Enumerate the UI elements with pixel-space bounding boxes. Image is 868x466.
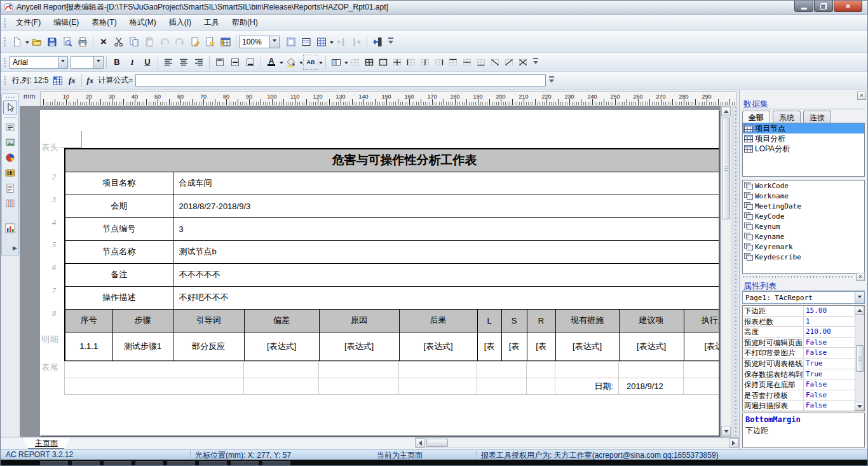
detail-cell[interactable]: [表达 <box>684 332 719 361</box>
footer-cell[interactable] <box>619 362 684 378</box>
font-size-select[interactable] <box>71 56 104 69</box>
scroll-up-button[interactable] <box>721 107 731 116</box>
info-label-cell[interactable]: 会期 <box>65 195 173 217</box>
footer-date-label-cell[interactable]: 日期: <box>555 378 619 395</box>
info-label-cell[interactable]: 操作描述 <box>65 286 173 309</box>
column-header-cell[interactable]: 执行人 <box>684 309 719 332</box>
document-horizontal-scrollbar[interactable] <box>415 437 739 448</box>
column-header-cell[interactable]: R <box>527 309 555 332</box>
detail-cell[interactable]: 1.1.1 <box>65 332 112 361</box>
font-select[interactable]: Arial <box>10 56 68 69</box>
column-header-cell[interactable]: L <box>477 309 501 332</box>
zoom-dropdown-icon[interactable] <box>269 36 279 48</box>
property-row[interactable]: 保存数据表结构到 True <box>743 369 855 380</box>
footer-cell[interactable] <box>684 362 719 378</box>
restore-button[interactable] <box>814 1 833 12</box>
report-page[interactable]: 表头 明细 表尾 2345678 危害与可操作性分析工作表 <box>40 110 719 435</box>
footer-cell[interactable] <box>477 378 527 395</box>
scroll-down-button[interactable] <box>721 427 731 436</box>
fill-color-button[interactable] <box>283 55 299 70</box>
footer-cell[interactable] <box>244 362 319 378</box>
redo-button[interactable] <box>172 34 187 50</box>
border-diag-up-button[interactable] <box>502 55 516 70</box>
minimize-button[interactable] <box>794 1 813 12</box>
border-diag-down-button[interactable] <box>488 55 502 70</box>
footer-cell[interactable] <box>65 378 244 395</box>
footer-cell[interactable] <box>555 362 619 378</box>
underline-button[interactable]: U <box>140 55 155 70</box>
toolbar-grip[interactable] <box>3 37 6 47</box>
dataset-item[interactable]: 项目分析 <box>743 134 864 144</box>
field-item[interactable]: WorkCode <box>743 181 864 191</box>
detail-cell[interactable]: [表 <box>527 332 555 361</box>
font-color-button[interactable]: A <box>264 55 279 70</box>
detail-cell[interactable]: 测试步骤1 <box>112 332 173 361</box>
border-vcenter-button[interactable] <box>418 55 432 70</box>
property-row[interactable]: 高度 210.00 <box>743 327 855 338</box>
column-header-cell[interactable]: 序号 <box>65 309 112 332</box>
field-item[interactable]: Keynum <box>743 221 864 231</box>
toolbar-options-icon[interactable] <box>547 74 556 88</box>
border-left-button[interactable] <box>404 55 418 70</box>
property-row[interactable]: 保持页尾在底部 False <box>743 380 855 390</box>
detail-cell[interactable]: [表 <box>501 332 527 361</box>
property-row[interactable]: 是否套打模板 False <box>743 390 855 401</box>
column-header-cell[interactable]: S <box>501 309 527 332</box>
property-row[interactable]: 预览时可编辑页面 False <box>743 338 855 348</box>
close-panel-button[interactable]: × <box>857 92 866 100</box>
field-item[interactable]: Keydescribe <box>743 252 864 262</box>
pointer-tool-button[interactable] <box>3 100 17 114</box>
paste-button[interactable] <box>142 34 157 50</box>
image-tool-button[interactable] <box>3 135 17 149</box>
field-item[interactable]: Keyremark <box>743 242 864 252</box>
column-header-cell[interactable]: 偏差 <box>244 309 319 332</box>
info-value-cell[interactable]: 合成车间 <box>173 172 719 195</box>
property-value[interactable]: 1 <box>804 317 855 327</box>
menu-item[interactable]: 格式(M) <box>123 15 163 31</box>
scrollbar-thumb[interactable] <box>856 345 864 372</box>
property-value[interactable]: False <box>804 401 855 411</box>
property-value[interactable]: False <box>804 348 855 358</box>
cut-button[interactable] <box>111 34 126 50</box>
dataset-tab[interactable]: 全部 <box>742 111 770 123</box>
toolbox-grip[interactable] <box>5 96 15 99</box>
formula-input[interactable] <box>135 74 546 86</box>
column-header-cell[interactable]: 步骤 <box>112 309 173 332</box>
footer-cell[interactable] <box>684 378 719 395</box>
close-button[interactable]: × <box>834 1 862 12</box>
table-grid-button[interactable] <box>314 34 329 50</box>
print-preview-button[interactable] <box>60 34 75 50</box>
valign-middle-button[interactable] <box>227 55 243 70</box>
scrollbar-thumb[interactable] <box>722 118 730 219</box>
border-top-button[interactable] <box>446 55 460 70</box>
table-title-cell[interactable]: 危害与可操作性分析工作表 <box>65 149 719 172</box>
border-all-button[interactable] <box>362 55 376 70</box>
footer-cell[interactable] <box>527 362 555 378</box>
border-outer-button[interactable] <box>376 55 390 70</box>
text-style-button[interactable]: AB <box>303 55 318 70</box>
property-row[interactable]: 下边距 15.00 <box>743 306 855 317</box>
field-item[interactable]: Workname <box>743 191 864 201</box>
lists-splitter[interactable]: × <box>742 275 865 279</box>
cell-format-button[interactable] <box>51 73 65 88</box>
footer-cell[interactable] <box>319 362 399 378</box>
property-grid-scrollbar[interactable] <box>855 306 864 411</box>
italic-button[interactable]: I <box>125 55 140 70</box>
scroll-left-button[interactable] <box>416 438 425 448</box>
property-row[interactable]: 预览时可调表格线 True <box>743 359 855 369</box>
info-value-cell[interactable]: 2018/8/27-2018/9/3 <box>173 195 719 217</box>
info-value-cell[interactable]: 测试节点b <box>173 240 719 263</box>
page-view-button[interactable] <box>283 34 299 50</box>
save-button[interactable] <box>44 34 60 50</box>
detail-cell[interactable]: [表达式] <box>319 332 399 361</box>
property-value[interactable]: False <box>804 380 855 390</box>
valign-bottom-button[interactable] <box>243 55 258 70</box>
align-center-button[interactable] <box>176 55 191 70</box>
report-wizard-button[interactable] <box>203 34 218 50</box>
property-row[interactable]: 两遍扫描报表 False <box>743 401 855 411</box>
label-tool-button[interactable] <box>3 120 17 134</box>
print-button[interactable] <box>75 34 90 50</box>
detail-cell[interactable]: [表达式] <box>619 332 684 361</box>
valign-top-button[interactable] <box>212 55 227 70</box>
column-header-cell[interactable]: 建议项 <box>619 309 684 332</box>
